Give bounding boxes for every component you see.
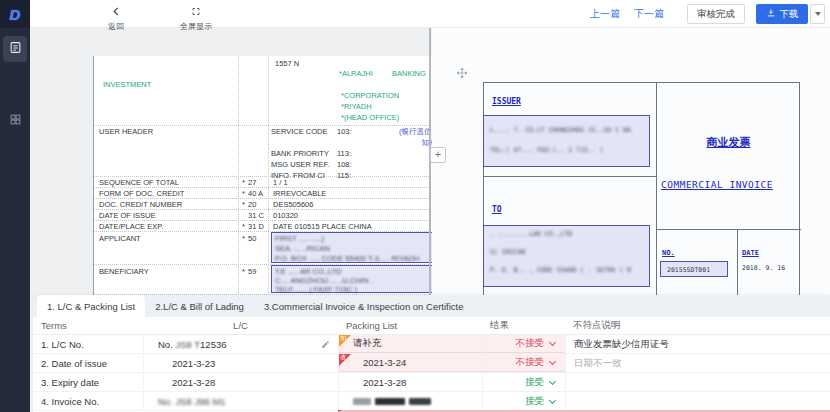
tab-lc-bill-of-lading[interactable]: 2.L/C & Bill of Lading (145, 295, 254, 317)
field-label: SEQUENCE OF TOTAL (99, 178, 179, 187)
field-label: APPLICANT (99, 234, 141, 243)
chevron-down-icon (549, 339, 556, 346)
result-select[interactable]: 接受 (482, 392, 565, 410)
sidebar-item-modules[interactable] (3, 108, 27, 134)
app-logo[interactable]: D (0, 0, 30, 28)
field-value: 010320 (273, 211, 298, 220)
field-tag: 113: (337, 149, 351, 158)
mandatory-star: * (242, 189, 245, 198)
lc-value: No. (158, 339, 173, 350)
chevron-down-icon (549, 358, 556, 365)
field-value: DES505606 (273, 200, 313, 209)
result-value: 接受 (525, 376, 544, 389)
table-row: 2. Date of issue 2021-3-23 改 2021-3-24 不… (33, 354, 830, 373)
header-discrepancy-note: 不符点说明 (565, 319, 830, 332)
table-line (238, 56, 239, 323)
redacted-bar (409, 398, 431, 405)
swift-tag: 27 (248, 178, 256, 187)
download-dropdown-button[interactable] (810, 4, 825, 24)
result-select[interactable]: 不接受 (482, 335, 565, 353)
result-select[interactable]: 接受 (482, 373, 565, 391)
prev-doc-link[interactable]: 上一篇 (590, 7, 620, 21)
chevron-down-icon (549, 377, 556, 384)
discrepancy-note-field[interactable]: 日期不一致 (565, 354, 830, 372)
invoice-date-label: DATE (742, 249, 759, 257)
field-label: DOC. CREDIT NUMBER (99, 200, 182, 209)
review-done-button[interactable]: 审核完成 (687, 4, 745, 24)
lc-value-cell[interactable]: No. JS8 J96 M1 (143, 392, 338, 410)
packing-list-value-cell[interactable] (338, 392, 482, 410)
pager-links: 上一篇 下一篇 (590, 0, 664, 28)
consignee-highlight[interactable]: . ........LAR CO.,LTD S( IRICAN P. O. B.… (483, 225, 650, 287)
table-line (656, 229, 801, 230)
lc-document-page[interactable]: 1557 N *ALRAJHI BANKING AND INVESTMENT *… (93, 56, 458, 323)
invoice-date-value: 2018. 9. 16 (742, 264, 785, 272)
field-name: MSG USER REF. (271, 160, 337, 169)
fullscreen-button[interactable]: 全屏显示 (180, 2, 212, 32)
redacted-bar (375, 398, 405, 405)
mandatory-star: * (242, 200, 245, 209)
sidebar: D (0, 0, 30, 412)
comparison-panel: 1. L/C & Packing List 2.L/C & Bill of La… (33, 295, 830, 412)
packing-list-value-cell[interactable]: 改 2021-3-24 (338, 354, 482, 372)
mandatory-star: * (242, 222, 245, 231)
table-line (484, 176, 656, 177)
term-label: 3. Expiry date (33, 373, 143, 391)
issuer-line: TEL:( 47... FAX:(.. 2 715.. ) (490, 146, 604, 154)
field-value: TELF....... ) FAXF 715C ) (275, 285, 357, 294)
to-line: P. O. B.. , CODE 55400 ( . 16789 ( N (490, 266, 631, 274)
field-value: DATE 010515 PLACE CHINA (273, 222, 372, 231)
lc-value-redacted: JS8 T (175, 339, 200, 350)
field-value: C.... ANGZHOU.... ..U,CHIN . (275, 276, 373, 285)
field-value: P.O. BOX ..... CODE 55400 T-3..... RIYAD… (275, 254, 419, 263)
invoice-no-highlight[interactable]: 2015SSDT001 (660, 261, 728, 277)
expand-divider-button[interactable]: + (430, 147, 446, 163)
tab-lc-packing-list[interactable]: 1. L/C & Packing List (37, 295, 145, 317)
invoice-table: ISSUER L.... ?. CO.LT CHANGZHOU JI..SU C… (483, 82, 800, 295)
term-label: 1. L/C No. (33, 335, 143, 353)
document-review-app: 返回 全屏显示 上一篇 下一篇 审核完成 下载 D (0, 0, 830, 412)
lc-value-cell[interactable]: No. JS8 T12536 (143, 335, 338, 353)
next-doc-link[interactable]: 下一篇 (634, 7, 664, 21)
redacted-bar (353, 398, 371, 405)
table-line (94, 220, 458, 221)
back-button[interactable]: 返回 (108, 2, 124, 32)
discrepancy-note-field[interactable] (565, 373, 830, 391)
header-packing-list: Packing List (338, 320, 482, 331)
bank-name-word: *ALRAJHI (339, 69, 373, 78)
grid-icon (9, 112, 22, 130)
download-label: 下载 (780, 8, 799, 21)
bank-name-line: INVESTMENT (103, 80, 151, 89)
swift-tag: 31 D (248, 222, 264, 231)
tab-invoice-inspection-certificate[interactable]: 3.Commercial Invoice & Inspection on Cer… (254, 295, 474, 317)
issuer-highlight[interactable]: L.... ?. CO.LT CHANGZHOU JI..SU C NA TEL… (483, 115, 650, 167)
mandatory-star: * (242, 267, 245, 276)
table-line (94, 187, 458, 188)
lc-value-redacted: No. JS8 J96 M1 (158, 396, 226, 407)
invoice-document-page[interactable]: ISSUER L.... ?. CO.LT CHANGZHOU JI..SU C… (432, 28, 830, 295)
field-label: BENEFICIARY (99, 267, 149, 276)
packing-list-value-cell[interactable]: 加 请补充 (338, 335, 482, 353)
swift-msg-ref: 1557 N (275, 59, 299, 68)
sidebar-item-documents[interactable] (3, 36, 27, 62)
swift-tag: 20 (248, 200, 256, 209)
lc-value-cell[interactable]: 2021-3-28 (143, 373, 338, 391)
bank-name-line: *(HEAD OFFICE) (341, 113, 399, 122)
result-value: 接受 (525, 395, 544, 408)
result-select[interactable]: 不接受 (482, 354, 565, 372)
edit-pencil-icon[interactable] (321, 340, 330, 351)
fullscreen-icon (191, 2, 201, 20)
download-button[interactable]: 下载 (756, 4, 808, 24)
field-value: SEA. ... ..RICAN (275, 244, 330, 253)
back-chevron-icon (112, 2, 120, 20)
lc-value-cell[interactable]: 2021-3-23 (143, 354, 338, 372)
field-name: BANK PRIORITY (271, 149, 337, 158)
lc-value: 2021-3-23 (158, 358, 215, 369)
mandatory-star: * (242, 234, 245, 243)
discrepancy-note-field[interactable] (565, 392, 830, 410)
move-handle-icon[interactable] (456, 64, 468, 83)
packing-list-value-cell[interactable]: 2021-3-28 (338, 373, 482, 391)
result-value: 不接受 (516, 337, 545, 350)
invoice-title-cn: 商业发票 (656, 135, 801, 150)
discrepancy-note-field[interactable]: 商业发票缺少信用证号 (565, 335, 830, 353)
